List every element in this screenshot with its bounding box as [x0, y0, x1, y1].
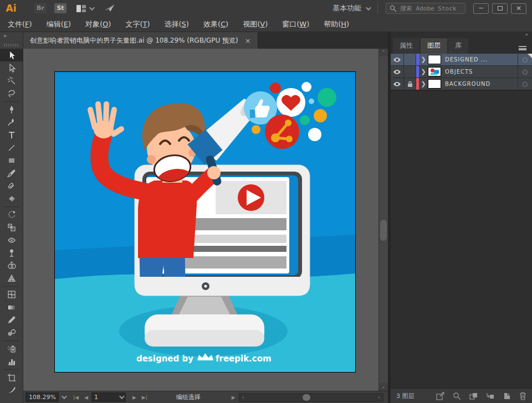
menu-window[interactable]: 窗口(W): [282, 19, 309, 29]
expand-layer-icon[interactable]: ❯: [419, 80, 428, 87]
lock-toggle[interactable]: [404, 78, 416, 90]
workspace-switcher[interactable]: 基本功能: [332, 3, 370, 13]
menu-help[interactable]: 帮助(H): [324, 19, 349, 29]
layer-row-background[interactable]: ❯ BACKGROUND ○: [391, 78, 532, 90]
visibility-toggle[interactable]: [391, 66, 404, 78]
symbol-sprayer-tool[interactable]: [0, 342, 23, 355]
layer-target-icon[interactable]: ○: [518, 66, 532, 78]
shaper-tool[interactable]: [0, 179, 23, 192]
panel-menu-icon[interactable]: [519, 46, 526, 50]
minimize-button[interactable]: ─: [473, 3, 489, 14]
next-artboard-button[interactable]: ▶: [130, 395, 139, 400]
clipping-mask-icon[interactable]: [469, 392, 478, 400]
puppet-warp-tool[interactable]: [0, 246, 23, 259]
locate-object-icon[interactable]: [453, 392, 461, 400]
visibility-toggle[interactable]: [391, 54, 404, 65]
selection-tool[interactable]: [0, 49, 23, 61]
gradient-tool[interactable]: [0, 301, 23, 313]
layer-target-icon[interactable]: ○: [518, 78, 532, 90]
rotate-tool[interactable]: [0, 208, 23, 221]
new-sublayer-icon[interactable]: [486, 392, 494, 400]
blend-tool[interactable]: [0, 326, 23, 339]
line-segment-tool[interactable]: [0, 141, 23, 154]
curvature-tool[interactable]: [0, 116, 23, 128]
new-layer-icon[interactable]: [503, 392, 511, 400]
menu-select[interactable]: 选择(S): [165, 19, 189, 29]
share-button[interactable]: [104, 3, 115, 14]
lasso-tool[interactable]: [0, 87, 23, 100]
slice-tool[interactable]: [0, 384, 23, 396]
layer-row-designed[interactable]: ❯ DESIGNED ... ○: [391, 54, 532, 66]
artboard-tool[interactable]: [0, 371, 23, 384]
layer-name[interactable]: DESIGNED ...: [445, 56, 518, 63]
maximize-button[interactable]: [492, 3, 508, 14]
horizontal-scrollbar[interactable]: ‹ ›: [239, 393, 383, 402]
close-button[interactable]: ✕: [511, 3, 526, 14]
collect-for-export-icon[interactable]: [436, 392, 444, 400]
layer-name[interactable]: BACKGROUND: [445, 81, 518, 87]
shape-builder-tool[interactable]: [0, 259, 23, 272]
eyedropper-tool[interactable]: [0, 313, 23, 326]
toolbar-grip[interactable]: [4, 44, 19, 46]
tab-layers[interactable]: 图层: [421, 38, 447, 54]
delete-layer-icon[interactable]: [519, 392, 526, 400]
vertical-scrollbar[interactable]: ⌃ ⌄: [378, 49, 388, 391]
close-document-icon[interactable]: ×: [245, 37, 251, 45]
lock-toggle[interactable]: [404, 66, 416, 78]
canvas[interactable]: designed by freepik.com ⌃ ⌄: [23, 49, 388, 391]
scroll-down-icon[interactable]: ⌄: [382, 383, 386, 391]
zoom-dropdown-button[interactable]: [59, 392, 68, 402]
direct-selection-tool[interactable]: [0, 61, 23, 74]
stock-button[interactable]: St: [54, 3, 66, 13]
menu-view[interactable]: 视图(V): [243, 19, 268, 29]
scale-tool[interactable]: [0, 221, 23, 234]
scroll-right-icon[interactable]: ›: [375, 394, 383, 400]
window-controls: ─ ✕: [473, 3, 526, 14]
stock-search[interactable]: [386, 3, 466, 14]
paintbrush-tool[interactable]: [0, 167, 23, 179]
mesh-tool[interactable]: [0, 288, 23, 301]
type-tool[interactable]: [0, 128, 23, 141]
toolbar-header[interactable]: »: [0, 32, 23, 49]
width-tool[interactable]: [0, 234, 23, 246]
statusbar: 108.29% |◀ ◀ 1 ▶ ▶| 编组选择 ▶ ‹ ›: [23, 391, 388, 403]
scroll-left-icon[interactable]: ‹: [239, 394, 247, 400]
column-graph-tool[interactable]: [0, 355, 23, 368]
layer-name[interactable]: OBJECTS: [445, 69, 518, 75]
tab-libraries[interactable]: 库: [448, 38, 468, 54]
menu-file[interactable]: 文件(F): [8, 19, 32, 29]
rectangle-tool[interactable]: [0, 154, 23, 167]
layer-row-objects[interactable]: ❯ OBJECTS ○: [391, 66, 532, 78]
pen-tool[interactable]: [0, 103, 23, 116]
expand-layer-icon[interactable]: ❯: [419, 68, 428, 75]
collapse-toolbar-icon[interactable]: »: [3, 33, 6, 39]
lock-toggle[interactable]: [404, 54, 416, 65]
scroll-up-icon[interactable]: ⌃: [382, 49, 386, 56]
eraser-tool[interactable]: [0, 192, 23, 205]
document-tab[interactable]: 创意影响者营销电脑中的男子矢量图.ai @ 108.29% (RGB/GPU 预…: [23, 32, 258, 49]
vertical-scroll-track[interactable]: [379, 56, 388, 383]
expand-layer-icon[interactable]: ❯: [419, 56, 428, 63]
tab-properties[interactable]: 属性: [393, 38, 420, 54]
horizontal-scroll-thumb[interactable]: [303, 394, 310, 401]
collapse-panel-icon[interactable]: »: [525, 32, 528, 39]
magic-wand-tool[interactable]: [0, 74, 23, 87]
menu-edit[interactable]: 编辑(E): [47, 19, 71, 29]
visibility-toggle[interactable]: [391, 78, 404, 90]
arrange-documents-button[interactable]: [76, 5, 93, 12]
search-input[interactable]: [400, 5, 462, 12]
menu-type[interactable]: 文字(T): [125, 19, 150, 29]
bridge-button[interactable]: Br: [34, 3, 47, 13]
menu-effect[interactable]: 效果(C): [203, 19, 228, 29]
artboard[interactable]: designed by freepik.com: [55, 72, 355, 372]
previous-artboard-button[interactable]: ◀: [82, 395, 90, 400]
last-artboard-button[interactable]: ▶|: [140, 395, 150, 400]
status-panel-arrow-icon[interactable]: ▶: [232, 395, 236, 400]
first-artboard-button[interactable]: |◀: [71, 395, 81, 400]
menu-object[interactable]: 对象(O): [85, 19, 111, 29]
selection-indicator: [528, 54, 532, 58]
zoom-level-field[interactable]: 108.29%: [25, 392, 59, 402]
artboard-number-field[interactable]: 1: [91, 392, 126, 402]
perspective-grid-tool[interactable]: [0, 272, 23, 285]
vertical-scroll-thumb[interactable]: [380, 220, 387, 241]
